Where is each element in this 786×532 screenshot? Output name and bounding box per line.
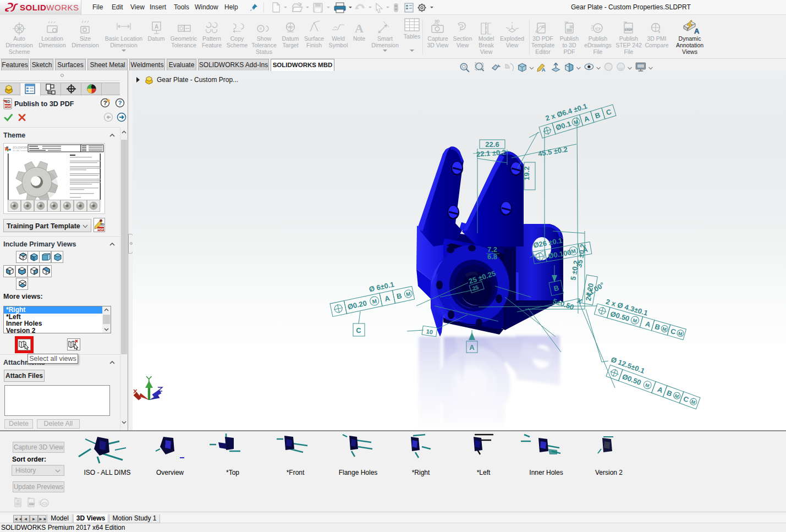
svg-text:A: A <box>384 294 391 303</box>
svg-text:?: ? <box>118 100 122 106</box>
svg-text:2 x Ø6.4 ±0.1: 2 x Ø6.4 ±0.1 <box>545 102 589 122</box>
svg-text:PDF: PDF <box>4 105 11 108</box>
svg-text:A: A <box>469 343 475 352</box>
svg-text:10: 10 <box>426 328 433 336</box>
svg-text:3D: 3D <box>435 19 439 23</box>
svg-text:M: M <box>372 298 377 304</box>
svg-text:3D: 3D <box>541 25 546 29</box>
svg-text:A: A <box>583 114 591 123</box>
svg-text:?: ? <box>103 100 107 106</box>
svg-text:M: M <box>405 290 411 297</box>
svg-text:STEP: STEP <box>29 503 35 506</box>
svg-text:A: A <box>355 21 364 35</box>
svg-text:A: A <box>644 320 652 329</box>
svg-text:3D CAD Template: 3D CAD Template <box>13 150 28 152</box>
svg-text:A: A <box>694 27 700 35</box>
svg-text:22.6: 22.6 <box>485 140 499 149</box>
svg-text:B: B <box>594 111 601 120</box>
svg-text:A1: A1 <box>288 25 293 29</box>
svg-text:Ø0.20: Ø0.20 <box>347 299 367 311</box>
svg-text:45.5 ±0.2: 45.5 ±0.2 <box>537 145 568 158</box>
svg-text:5 ±0.2: 5 ±0.2 <box>569 260 580 281</box>
svg-text:Gear Plate - Custom Prop...: Gear Plate - Custom Prop... <box>157 76 238 84</box>
svg-text:C: C <box>605 107 613 117</box>
svg-text:3D: 3D <box>100 223 105 226</box>
svg-text:PDF: PDF <box>97 228 104 231</box>
svg-text:SOLIDWORKS: SOLIDWORKS <box>13 146 30 149</box>
svg-text:M: M <box>632 317 637 324</box>
svg-text:M: M <box>570 248 576 254</box>
svg-text:3D: 3D <box>17 500 20 502</box>
svg-text:C: C <box>356 326 361 334</box>
svg-text:A: A <box>542 67 546 73</box>
svg-text:19.2: 19.2 <box>523 166 531 180</box>
svg-text:M: M <box>573 118 579 125</box>
svg-text:STEP: STEP <box>624 28 633 31</box>
svg-text:3D: 3D <box>569 25 574 29</box>
svg-text:Ø 6±0.1: Ø 6±0.1 <box>369 280 395 293</box>
svg-text:B: B <box>395 292 402 301</box>
svg-text:A: A <box>155 24 158 30</box>
